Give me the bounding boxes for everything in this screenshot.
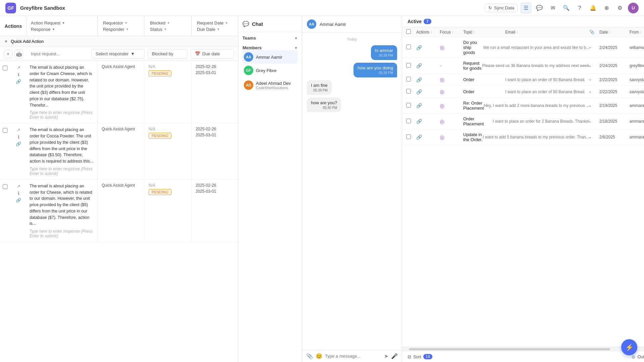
- add-action-button[interactable]: ＋: [4, 50, 12, 58]
- action-blocked-col: N/A PENDING: [144, 61, 191, 123]
- response-col-header[interactable]: Response ▼: [31, 27, 55, 32]
- email-checkbox[interactable]: [406, 77, 411, 81]
- email-row[interactable]: 🔗 ◎ Do you ship goods We run a small res…: [402, 37, 644, 58]
- search-button[interactable]: 🔍: [561, 3, 572, 13]
- date-text: 2/24/2025: [599, 45, 617, 50]
- chat-view-button[interactable]: 💬: [534, 3, 545, 13]
- email-link-icon[interactable]: 🔗: [416, 77, 422, 82]
- email-view-button[interactable]: ✉: [547, 3, 558, 13]
- delete-icon[interactable]: 🔗: [16, 79, 21, 84]
- topic-col-sort-icon: ↕: [474, 30, 475, 34]
- focus-icon[interactable]: ◎: [440, 118, 444, 125]
- actions-col-sort-icon: ↕: [430, 30, 432, 34]
- email-checkbox[interactable]: [406, 63, 411, 68]
- action-row-checkbox: [0, 123, 10, 179]
- email-col-topic-header: Topic ↕: [463, 30, 505, 35]
- email-row-check: [406, 119, 416, 124]
- email-link-icon[interactable]: 🔗: [416, 134, 422, 140]
- email-row[interactable]: 🔗 ◎ Order I want to place an order of 50…: [402, 86, 644, 98]
- email-row[interactable]: 🔗 ◎ Order I want to place an order of 50…: [402, 74, 644, 86]
- focus-icon[interactable]: ◎: [440, 103, 444, 109]
- actions-label: Actions: [5, 23, 22, 29]
- notifications-button[interactable]: 🔔: [588, 3, 598, 13]
- email-preview: I want to place an order of 50 Banana Br…: [505, 77, 589, 82]
- action-request-col-header[interactable]: Action Request ▼: [31, 20, 65, 25]
- topic-text: Order Placement: [463, 116, 493, 126]
- emoji-icon[interactable]: 😊: [316, 353, 322, 359]
- voice-icon[interactable]: 🎤: [391, 353, 398, 359]
- focus-icon[interactable]: ◎: [440, 44, 444, 51]
- email-row[interactable]: 🔗 - Request for goods Please send us 36 …: [402, 58, 644, 74]
- members-section-header[interactable]: Members ▼: [243, 45, 298, 50]
- email-from: ammaraamir3: [630, 119, 644, 124]
- quick-add-toggle[interactable]: ▼: [4, 39, 8, 44]
- delete-icon[interactable]: 🔗: [16, 198, 21, 203]
- info-icon[interactable]: ℹ: [18, 72, 19, 77]
- email-checkbox[interactable]: [406, 103, 411, 108]
- email-date: 2/18/2025: [599, 119, 630, 124]
- email-link-icon[interactable]: 🔗: [416, 63, 422, 68]
- email-col-actions-header: Actions ↕: [416, 30, 440, 35]
- member-ammar-aamir[interactable]: AA Ammar Aamir: [243, 50, 298, 64]
- share-icon[interactable]: ↗: [17, 184, 20, 189]
- email-checkbox[interactable]: [406, 119, 411, 123]
- email-link-icon[interactable]: 🔗: [416, 103, 422, 108]
- action-panel-header: Actions Action Request ▼ Response ▼: [0, 16, 238, 36]
- send-icon[interactable]: ➤: [384, 353, 388, 359]
- email-row-actions: 🔗: [416, 63, 440, 68]
- email-from: savvystash34: [630, 89, 644, 94]
- email-row[interactable]: 🔗 ◎ Update in the Order. I want to add 5…: [402, 129, 644, 145]
- email-link-icon[interactable]: 🔗: [416, 119, 422, 124]
- avatar-gf: GF: [244, 66, 253, 75]
- action-request-input[interactable]: [27, 49, 91, 58]
- email-panel-header: Active 7 ▲: [402, 16, 644, 27]
- plus-button[interactable]: ⊕: [601, 3, 612, 13]
- delete-icon[interactable]: 🔗: [16, 141, 21, 146]
- out-of-scope-button[interactable]: ⊙ Out of Scope 9: [632, 354, 644, 359]
- email-row[interactable]: 🔗 ◎ Re: Order Placement Hey, I want to a…: [402, 98, 644, 114]
- due-date-field[interactable]: 📅 Due date: [191, 49, 234, 59]
- email-checkbox[interactable]: [406, 45, 411, 49]
- user-avatar[interactable]: U: [628, 3, 639, 13]
- info-icon[interactable]: ℹ: [18, 191, 19, 196]
- focus-icon[interactable]: ◎: [440, 88, 444, 95]
- attachment-icon[interactable]: 📎: [306, 353, 313, 359]
- action-checkbox[interactable]: [3, 184, 7, 189]
- share-icon[interactable]: ↗: [17, 65, 20, 70]
- sort-button[interactable]: ⊟ Sort 18: [408, 354, 432, 359]
- email-checkbox[interactable]: [406, 134, 411, 139]
- member-grey-fibre[interactable]: GF Grey Fibre: [243, 64, 298, 77]
- email-from: greyfibretest4: [630, 63, 644, 68]
- requestor-col-header: Requestor ▼ Responder ▼: [97, 16, 144, 36]
- topic-text: Do you ship goods: [463, 40, 483, 55]
- email-link-icon[interactable]: 🔗: [416, 89, 422, 95]
- share-icon[interactable]: ↗: [17, 127, 20, 132]
- teams-section-header[interactable]: Teams ▼: [243, 36, 298, 41]
- select-all-checkbox[interactable]: [406, 29, 411, 34]
- info-icon[interactable]: ℹ: [18, 134, 19, 139]
- ai-action-button[interactable]: 🤖: [14, 50, 23, 58]
- focus-icon[interactable]: ◎: [440, 76, 444, 83]
- action-checkbox[interactable]: [3, 66, 7, 70]
- email-row[interactable]: 🔗 ◎ Order Placement I want to place an o…: [402, 114, 644, 129]
- action-text: The email is about placing an order for …: [30, 183, 94, 227]
- date-col-header: Request Date ▼ Due Date ▼: [191, 16, 238, 36]
- message-time: 05:38 PM: [358, 71, 393, 75]
- help-button[interactable]: ?: [574, 3, 585, 13]
- list-view-button[interactable]: ☰: [521, 3, 531, 13]
- message-time: 05:38 PM: [375, 54, 393, 57]
- focus-icon[interactable]: ◎: [440, 134, 444, 140]
- member-sub-adeel: CodeShellSolutions: [256, 86, 291, 90]
- email-checkbox[interactable]: [406, 89, 411, 94]
- fab-button[interactable]: ⚡: [621, 339, 637, 355]
- select-responder-dropdown[interactable]: Select responder ▼: [91, 49, 145, 59]
- sync-button[interactable]: ↻ Sync Data: [485, 4, 518, 12]
- settings-button[interactable]: ⚙: [614, 3, 625, 13]
- email-link-icon[interactable]: 🔗: [416, 45, 422, 50]
- action-date-col: 2025-02-26 2025-03-01: [191, 123, 238, 179]
- email-scrollbar[interactable]: [402, 347, 644, 351]
- blocked-by-field[interactable]: Blocked by: [148, 49, 188, 59]
- chat-message-input[interactable]: [325, 354, 381, 359]
- member-adeel-ahmad-dev[interactable]: AD Adeel Ahmad Dev CodeShellSolutions: [243, 78, 298, 92]
- action-checkbox[interactable]: [3, 128, 7, 133]
